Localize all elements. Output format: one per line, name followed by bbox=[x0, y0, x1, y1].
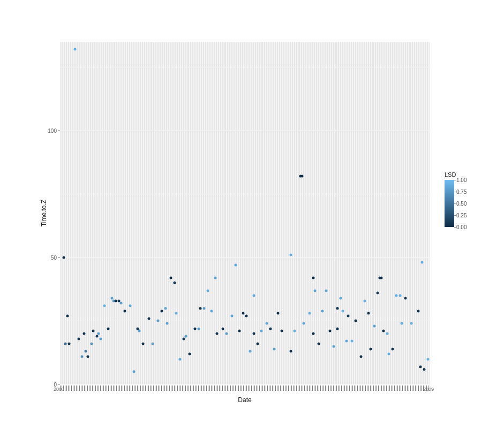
data-point bbox=[164, 307, 167, 309]
data-point bbox=[103, 305, 106, 307]
data-point bbox=[62, 256, 65, 259]
data-point bbox=[107, 327, 109, 330]
data-point bbox=[160, 309, 163, 312]
data-point bbox=[197, 327, 200, 330]
data-point bbox=[114, 299, 117, 302]
data-point bbox=[138, 330, 141, 332]
data-point bbox=[312, 332, 314, 335]
legend-tick-label: 0.00 bbox=[456, 224, 467, 230]
data-point bbox=[332, 345, 335, 347]
plot-panel: 050100 bbox=[60, 42, 430, 384]
data-point bbox=[355, 320, 357, 322]
data-point bbox=[360, 355, 363, 358]
data-point bbox=[230, 315, 233, 318]
data-point bbox=[336, 307, 338, 309]
data-point bbox=[321, 309, 324, 312]
data-point bbox=[184, 335, 187, 337]
data-point bbox=[97, 332, 100, 335]
data-point bbox=[123, 309, 126, 312]
data-point bbox=[341, 309, 344, 312]
data-point bbox=[207, 289, 209, 292]
data-point bbox=[417, 309, 420, 312]
data-point bbox=[364, 299, 366, 302]
data-point bbox=[85, 350, 87, 353]
data-point bbox=[199, 307, 202, 309]
data-point bbox=[401, 322, 403, 325]
data-point bbox=[173, 282, 176, 284]
data-point bbox=[179, 358, 182, 360]
data-point bbox=[216, 332, 219, 335]
data-point bbox=[308, 312, 311, 315]
data-point bbox=[380, 276, 383, 279]
data-point bbox=[92, 330, 95, 332]
data-point bbox=[328, 330, 331, 332]
legend-tick-label: 0.75 bbox=[456, 189, 467, 195]
data-point bbox=[257, 343, 259, 345]
data-point bbox=[214, 276, 216, 279]
legend-colorbar: 1.000.750.500.250.00 bbox=[445, 180, 454, 227]
data-point bbox=[147, 317, 150, 320]
data-point bbox=[253, 294, 255, 297]
data-point bbox=[242, 312, 244, 315]
data-point bbox=[345, 340, 348, 343]
data-point bbox=[129, 305, 132, 307]
data-point bbox=[281, 330, 283, 332]
x-axis-tick-band bbox=[60, 385, 430, 391]
data-point bbox=[183, 337, 185, 340]
data-point bbox=[253, 332, 255, 335]
data-point bbox=[404, 297, 407, 299]
x-axis-tick-left: 2007 bbox=[54, 387, 64, 392]
data-point bbox=[303, 322, 305, 325]
data-point bbox=[423, 368, 425, 371]
legend: LSD 1.000.750.500.250.00 bbox=[445, 171, 482, 227]
data-point bbox=[395, 294, 397, 297]
y-axis-tick: 100 bbox=[48, 127, 57, 133]
data-point bbox=[249, 350, 252, 353]
data-point bbox=[290, 254, 292, 256]
data-point bbox=[314, 289, 317, 292]
chart-container: 050100 Time.to.Z Date 2007 2009 LSD 1.00… bbox=[0, 0, 504, 446]
data-point bbox=[300, 175, 303, 178]
data-point bbox=[142, 343, 145, 345]
data-point bbox=[340, 297, 342, 299]
data-point bbox=[82, 332, 85, 335]
data-point bbox=[388, 353, 390, 356]
data-point bbox=[312, 276, 314, 279]
data-point bbox=[77, 337, 80, 340]
data-point bbox=[369, 347, 372, 350]
x-axis-label: Date bbox=[60, 396, 430, 404]
data-point bbox=[210, 309, 213, 312]
data-point bbox=[294, 330, 296, 332]
data-point bbox=[377, 292, 379, 294]
data-point bbox=[277, 312, 280, 315]
data-point bbox=[245, 315, 248, 318]
data-point bbox=[166, 322, 169, 325]
data-point bbox=[373, 324, 375, 327]
data-point bbox=[188, 353, 191, 356]
data-point bbox=[81, 355, 84, 358]
data-point bbox=[96, 335, 99, 337]
data-point bbox=[273, 347, 276, 350]
data-point bbox=[119, 302, 122, 305]
data-point bbox=[392, 347, 394, 350]
data-point bbox=[68, 343, 71, 345]
data-point bbox=[99, 337, 102, 340]
data-point bbox=[66, 315, 69, 318]
data-point bbox=[221, 327, 224, 330]
data-point bbox=[336, 327, 338, 330]
data-point bbox=[398, 294, 401, 297]
data-point bbox=[170, 276, 172, 279]
data-point bbox=[260, 330, 263, 332]
data-point bbox=[386, 332, 388, 335]
data-point bbox=[426, 358, 429, 360]
legend-tick-label: 0.50 bbox=[456, 201, 467, 207]
data-point bbox=[156, 320, 159, 322]
data-point bbox=[269, 327, 272, 330]
x-axis-tick-right: 2009 bbox=[423, 387, 434, 392]
data-point bbox=[73, 48, 76, 51]
data-point bbox=[133, 371, 136, 373]
data-point bbox=[238, 330, 240, 332]
data-point bbox=[266, 322, 268, 325]
y-axis-tick: 50 bbox=[51, 254, 57, 260]
data-point bbox=[367, 312, 370, 315]
